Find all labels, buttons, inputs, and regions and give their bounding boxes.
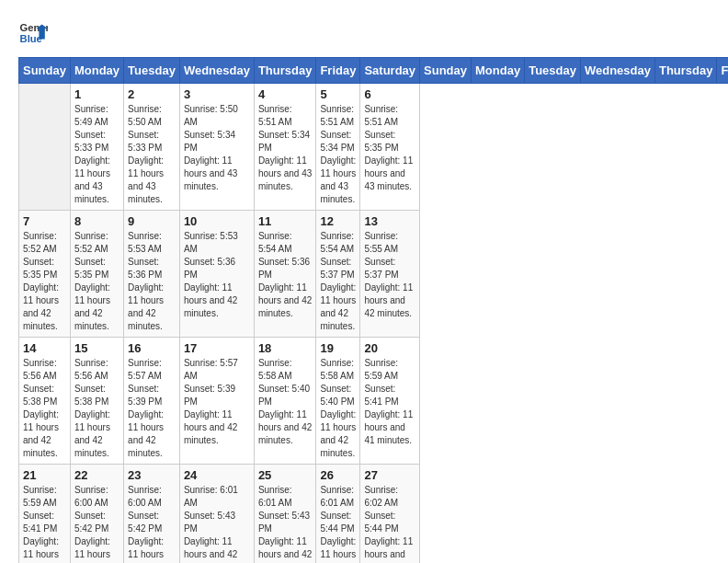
- day-info: Sunrise: 6:00 AM Sunset: 5:42 PM Dayligh…: [128, 484, 176, 563]
- day-cell: 8Sunrise: 5:52 AM Sunset: 5:35 PM Daylig…: [70, 211, 123, 338]
- day-number: 4: [258, 87, 313, 101]
- day-number: 26: [320, 468, 356, 482]
- day-info: Sunrise: 5:53 AM Sunset: 5:36 PM Dayligh…: [184, 230, 250, 320]
- col-header-tuesday: Tuesday: [525, 58, 581, 84]
- header-tuesday: Tuesday: [124, 58, 180, 84]
- week-row-4: 21Sunrise: 5:59 AM Sunset: 5:41 PM Dayli…: [19, 465, 729, 564]
- day-number: 27: [364, 468, 415, 482]
- header-sunday: Sunday: [19, 58, 71, 84]
- day-number: 15: [74, 341, 119, 355]
- day-cell: 14Sunrise: 5:56 AM Sunset: 5:38 PM Dayli…: [19, 338, 71, 465]
- day-info: Sunrise: 5:53 AM Sunset: 5:36 PM Dayligh…: [128, 230, 176, 333]
- day-cell: 1Sunrise: 5:49 AM Sunset: 5:33 PM Daylig…: [70, 84, 123, 211]
- day-info: Sunrise: 5:51 AM Sunset: 5:34 PM Dayligh…: [320, 103, 356, 206]
- day-number: 5: [320, 87, 356, 101]
- day-info: Sunrise: 6:01 AM Sunset: 5:43 PM Dayligh…: [184, 484, 250, 563]
- day-number: 12: [320, 214, 356, 228]
- day-info: Sunrise: 5:50 AM Sunset: 5:33 PM Dayligh…: [128, 103, 176, 206]
- day-number: 3: [184, 87, 250, 101]
- day-info: Sunrise: 5:58 AM Sunset: 5:40 PM Dayligh…: [320, 357, 356, 460]
- day-number: 24: [184, 468, 250, 482]
- day-info: Sunrise: 5:59 AM Sunset: 5:41 PM Dayligh…: [364, 357, 415, 447]
- calendar-header-row: SundayMondayTuesdayWednesdayThursdayFrid…: [19, 58, 729, 84]
- day-cell: 5Sunrise: 5:51 AM Sunset: 5:34 PM Daylig…: [316, 84, 360, 211]
- day-info: Sunrise: 5:58 AM Sunset: 5:40 PM Dayligh…: [258, 357, 313, 447]
- week-row-1: 1Sunrise: 5:49 AM Sunset: 5:33 PM Daylig…: [19, 84, 729, 211]
- col-header-friday: Friday: [717, 58, 728, 84]
- day-number: 20: [364, 341, 415, 355]
- day-info: Sunrise: 6:02 AM Sunset: 5:44 PM Dayligh…: [364, 484, 415, 563]
- day-cell: [19, 84, 71, 211]
- day-number: 23: [128, 468, 176, 482]
- day-number: 21: [23, 468, 66, 482]
- day-info: Sunrise: 6:01 AM Sunset: 5:44 PM Dayligh…: [320, 484, 356, 563]
- day-cell: 9Sunrise: 5:53 AM Sunset: 5:36 PM Daylig…: [124, 211, 180, 338]
- day-cell: 22Sunrise: 6:00 AM Sunset: 5:42 PM Dayli…: [70, 465, 123, 564]
- header-friday: Friday: [316, 58, 360, 84]
- svg-text:Blue: Blue: [20, 33, 42, 44]
- day-number: 6: [364, 87, 415, 101]
- day-number: 9: [128, 214, 176, 228]
- day-number: 14: [23, 341, 66, 355]
- day-cell: 21Sunrise: 5:59 AM Sunset: 5:41 PM Dayli…: [19, 465, 71, 564]
- day-cell: 16Sunrise: 5:57 AM Sunset: 5:39 PM Dayli…: [124, 338, 180, 465]
- day-number: 19: [320, 341, 356, 355]
- day-info: Sunrise: 6:01 AM Sunset: 5:43 PM Dayligh…: [258, 484, 313, 563]
- day-info: Sunrise: 5:51 AM Sunset: 5:35 PM Dayligh…: [364, 103, 415, 193]
- page-header: General Blue: [18, 18, 710, 48]
- day-cell: 18Sunrise: 5:58 AM Sunset: 5:40 PM Dayli…: [254, 338, 316, 465]
- day-cell: 12Sunrise: 5:54 AM Sunset: 5:37 PM Dayli…: [316, 211, 360, 338]
- day-number: 16: [128, 341, 176, 355]
- day-cell: 6Sunrise: 5:51 AM Sunset: 5:35 PM Daylig…: [360, 84, 420, 211]
- day-number: 10: [184, 214, 250, 228]
- day-cell: 20Sunrise: 5:59 AM Sunset: 5:41 PM Dayli…: [360, 338, 420, 465]
- day-cell: 24Sunrise: 6:01 AM Sunset: 5:43 PM Dayli…: [179, 465, 254, 564]
- day-number: 8: [74, 214, 119, 228]
- day-cell: 19Sunrise: 5:58 AM Sunset: 5:40 PM Dayli…: [316, 338, 360, 465]
- day-cell: 26Sunrise: 6:01 AM Sunset: 5:44 PM Dayli…: [316, 465, 360, 564]
- day-info: Sunrise: 6:00 AM Sunset: 5:42 PM Dayligh…: [74, 484, 119, 563]
- day-number: 25: [258, 468, 313, 482]
- week-row-3: 14Sunrise: 5:56 AM Sunset: 5:38 PM Dayli…: [19, 338, 729, 465]
- col-header-monday: Monday: [472, 58, 525, 84]
- day-info: Sunrise: 5:54 AM Sunset: 5:37 PM Dayligh…: [320, 230, 356, 333]
- day-info: Sunrise: 5:59 AM Sunset: 5:41 PM Dayligh…: [23, 484, 66, 563]
- day-cell: 13Sunrise: 5:55 AM Sunset: 5:37 PM Dayli…: [360, 211, 420, 338]
- col-header-thursday: Thursday: [654, 58, 717, 84]
- day-cell: 15Sunrise: 5:56 AM Sunset: 5:38 PM Dayli…: [70, 338, 123, 465]
- day-info: Sunrise: 5:57 AM Sunset: 5:39 PM Dayligh…: [128, 357, 176, 460]
- header-saturday: Saturday: [360, 58, 420, 84]
- header-wednesday: Wednesday: [179, 58, 254, 84]
- day-number: 22: [74, 468, 119, 482]
- day-number: 17: [184, 341, 250, 355]
- day-cell: 2Sunrise: 5:50 AM Sunset: 5:33 PM Daylig…: [124, 84, 180, 211]
- day-info: Sunrise: 5:49 AM Sunset: 5:33 PM Dayligh…: [74, 103, 119, 206]
- day-info: Sunrise: 5:52 AM Sunset: 5:35 PM Dayligh…: [74, 230, 119, 333]
- day-number: 2: [128, 87, 176, 101]
- day-info: Sunrise: 5:50 AM Sunset: 5:34 PM Dayligh…: [184, 103, 250, 193]
- col-header-sunday: Sunday: [420, 58, 472, 84]
- day-cell: 4Sunrise: 5:51 AM Sunset: 5:34 PM Daylig…: [254, 84, 316, 211]
- day-number: 18: [258, 341, 313, 355]
- day-cell: 7Sunrise: 5:52 AM Sunset: 5:35 PM Daylig…: [19, 211, 71, 338]
- day-cell: 25Sunrise: 6:01 AM Sunset: 5:43 PM Dayli…: [254, 465, 316, 564]
- day-cell: 10Sunrise: 5:53 AM Sunset: 5:36 PM Dayli…: [179, 211, 254, 338]
- day-info: Sunrise: 5:55 AM Sunset: 5:37 PM Dayligh…: [364, 230, 415, 320]
- day-info: Sunrise: 5:57 AM Sunset: 5:39 PM Dayligh…: [184, 357, 250, 447]
- header-monday: Monday: [70, 58, 123, 84]
- col-header-wednesday: Wednesday: [580, 58, 654, 84]
- day-info: Sunrise: 5:56 AM Sunset: 5:38 PM Dayligh…: [23, 357, 66, 460]
- day-info: Sunrise: 5:52 AM Sunset: 5:35 PM Dayligh…: [23, 230, 66, 333]
- header-thursday: Thursday: [254, 58, 316, 84]
- logo: General Blue: [18, 18, 48, 48]
- logo-icon: General Blue: [18, 18, 48, 48]
- day-cell: 3Sunrise: 5:50 AM Sunset: 5:34 PM Daylig…: [179, 84, 254, 211]
- day-cell: 23Sunrise: 6:00 AM Sunset: 5:42 PM Dayli…: [124, 465, 180, 564]
- day-info: Sunrise: 5:51 AM Sunset: 5:34 PM Dayligh…: [258, 103, 313, 193]
- day-cell: 11Sunrise: 5:54 AM Sunset: 5:36 PM Dayli…: [254, 211, 316, 338]
- calendar-table: SundayMondayTuesdayWednesdayThursdayFrid…: [18, 57, 728, 563]
- day-cell: 27Sunrise: 6:02 AM Sunset: 5:44 PM Dayli…: [360, 465, 420, 564]
- day-number: 7: [23, 214, 66, 228]
- day-number: 1: [74, 87, 119, 101]
- day-info: Sunrise: 5:54 AM Sunset: 5:36 PM Dayligh…: [258, 230, 313, 320]
